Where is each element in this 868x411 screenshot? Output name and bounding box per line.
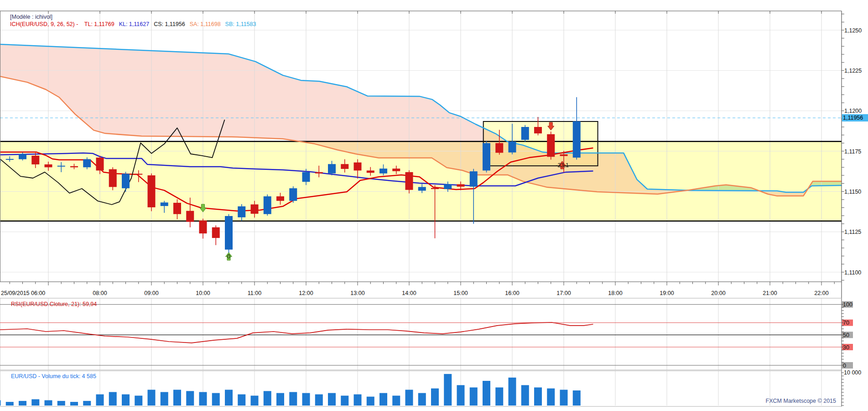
svg-text:1,1150: 1,1150 xyxy=(844,189,861,195)
svg-text:17:00: 17:00 xyxy=(556,290,571,296)
legend-segment-0: ICH(EUR/USD, 9, 26, 52) - xyxy=(10,21,80,27)
svg-text:18:00: 18:00 xyxy=(608,290,622,296)
watermark: FXCM Marketscope © 2015 xyxy=(766,398,836,404)
legend-segment-1: TL: 1,11769 xyxy=(84,21,114,27)
legend-segment-5: SB: 1,11583 xyxy=(225,21,256,27)
svg-text:12:00: 12:00 xyxy=(299,290,313,296)
svg-text:0: 0 xyxy=(227,253,230,260)
svg-text:30: 30 xyxy=(843,344,849,351)
svg-text:1,1225: 1,1225 xyxy=(844,68,862,74)
svg-text:100: 100 xyxy=(843,301,852,308)
svg-text:15:00: 15:00 xyxy=(453,290,468,296)
svg-text:70: 70 xyxy=(843,320,849,326)
svg-text:22:00: 22:00 xyxy=(814,290,828,296)
rsi-label: RSI(EUR/USD.Cloture, 21): 59,94 xyxy=(11,301,97,307)
legend-segment-4: SA: 1,11698 xyxy=(190,21,221,27)
svg-text:16:00: 16:00 xyxy=(505,290,519,296)
svg-text:1,1250: 1,1250 xyxy=(844,27,862,34)
ichimoku-legend: ICH(EUR/USD, 9, 26, 52) - TL: 1,11769KL:… xyxy=(10,21,260,27)
svg-text:20:00: 20:00 xyxy=(711,290,725,296)
svg-text:1,1200: 1,1200 xyxy=(844,108,862,114)
current-price-badge: 1,11956 xyxy=(842,114,868,121)
volume-panel xyxy=(0,371,844,406)
svg-text:50: 50 xyxy=(843,332,849,338)
legend-segment-2: KL: 1,11627 xyxy=(119,21,150,27)
volume-label: EUR/USD - Volume du tick: 4 585 xyxy=(11,373,96,379)
svg-text:09:00: 09:00 xyxy=(144,290,158,296)
svg-text:10:00: 10:00 xyxy=(196,290,210,296)
svg-text:1,1175: 1,1175 xyxy=(844,148,861,155)
svg-text:1,1100: 1,1100 xyxy=(844,269,861,276)
legend-segment-3: CS: 1,11956 xyxy=(154,21,185,27)
svg-text:13:00: 13:00 xyxy=(350,290,364,296)
svg-text:21:00: 21:00 xyxy=(763,290,777,296)
price-chart[interactable]: 0-23,11,12501,12251,12001,11751,11501,11… xyxy=(0,0,868,411)
chart-window: 0-23,11,12501,12251,12001,11751,11501,11… xyxy=(0,0,868,411)
svg-text:-23,1: -23,1 xyxy=(556,162,569,169)
svg-text:25/09/2015 06:00: 25/09/2015 06:00 xyxy=(1,290,45,296)
volume-scale-label: 10 000 xyxy=(844,369,861,376)
rsi-panel: 1007050300 xyxy=(0,298,853,370)
svg-text:08:00: 08:00 xyxy=(93,290,107,296)
svg-text:19:00: 19:00 xyxy=(660,290,674,296)
svg-text:14:00: 14:00 xyxy=(402,290,416,296)
model-label: [Modèle : ichivol] xyxy=(10,14,52,20)
rsi-line xyxy=(0,322,593,343)
svg-text:1,1125: 1,1125 xyxy=(844,229,861,235)
svg-text:11:00: 11:00 xyxy=(248,290,261,296)
